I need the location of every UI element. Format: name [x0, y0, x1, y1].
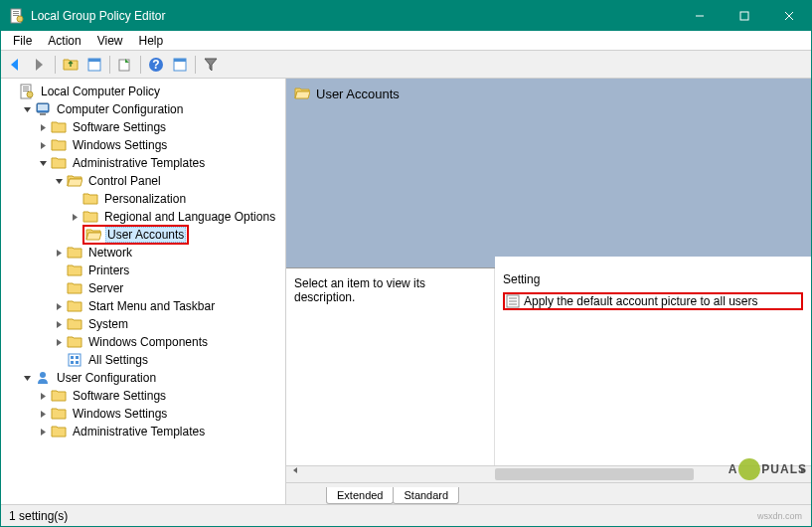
twisty-closed-icon[interactable] [53, 300, 65, 312]
details-body: Select an item to view its description. … [286, 108, 811, 482]
tree-control-panel[interactable]: Control Panel [1, 172, 285, 190]
folder-icon [67, 263, 82, 278]
tab-extended[interactable]: Extended [326, 487, 394, 504]
tree-start-menu[interactable]: Start Menu and Taskbar [1, 297, 285, 315]
details-panel: User Accounts Select an item to view its… [286, 79, 811, 504]
folder-icon [82, 209, 98, 225]
tree-all-settings[interactable]: All Settings [1, 351, 285, 369]
twisty-open-icon[interactable] [37, 157, 49, 169]
tree-u-admin-templates[interactable]: Administrative Templates [1, 423, 285, 440]
properties-button[interactable] [83, 54, 105, 76]
tree-windows-components[interactable]: Windows Components [1, 333, 285, 351]
export-button[interactable] [114, 54, 136, 76]
tree-user-config[interactable]: User Configuration [1, 369, 285, 387]
filter-button[interactable] [200, 54, 222, 76]
description-prompt: Select an item to view its description. [294, 276, 425, 304]
twisty-closed-icon[interactable] [37, 408, 49, 420]
twisty-none [69, 229, 81, 241]
twisty-closed-icon[interactable] [37, 426, 49, 438]
toolbar [1, 51, 811, 79]
twisty-closed-icon[interactable] [37, 139, 49, 151]
twisty-closed-icon[interactable] [69, 211, 81, 223]
twisty-open-icon[interactable] [21, 372, 33, 384]
tree-admin-templates[interactable]: Administrative Templates [1, 154, 285, 172]
titlebar: Local Group Policy Editor [1, 1, 811, 31]
tree-regional[interactable]: Regional and Language Options [1, 208, 285, 226]
tree-root[interactable]: Local Computer Policy [1, 83, 285, 100]
view-tabs: Extended Standard [286, 482, 811, 504]
status-text: 1 setting(s) [9, 509, 68, 523]
tree-windows-settings[interactable]: Windows Settings [1, 136, 285, 154]
twisty-closed-icon[interactable] [53, 336, 65, 348]
menu-action[interactable]: Action [40, 32, 88, 50]
tree-printers[interactable]: Printers [1, 262, 285, 279]
all-settings-icon [67, 352, 82, 368]
scroll-thumb[interactable] [495, 468, 694, 480]
scroll-left-arrow[interactable] [286, 466, 303, 474]
tree-label: Software Settings [71, 389, 168, 403]
tab-standard[interactable]: Standard [393, 487, 459, 504]
app-icon [9, 8, 25, 24]
twisty-none [53, 354, 65, 366]
folder-icon [51, 119, 67, 135]
tree-system[interactable]: System [1, 315, 285, 333]
setting-item-icon [506, 294, 520, 308]
scroll-right-arrow[interactable] [794, 466, 811, 474]
help-button[interactable] [145, 54, 167, 76]
tree-label: System [86, 317, 130, 331]
tree-panel[interactable]: Local Computer Policy Computer Configura… [1, 79, 286, 504]
folder-icon [67, 316, 82, 332]
folder-icon [51, 155, 67, 171]
tree-software-settings[interactable]: Software Settings [1, 118, 285, 136]
tree-u-software-settings[interactable]: Software Settings [1, 387, 285, 405]
highlight-box: User Accounts [82, 225, 189, 245]
folder-icon [51, 137, 67, 153]
toolbar-separator [140, 56, 141, 74]
close-button[interactable] [766, 1, 811, 31]
tree-label: All Settings [86, 353, 150, 367]
tree-label: Server [86, 281, 125, 295]
twisty-open-icon[interactable] [5, 86, 17, 97]
tree-computer-config[interactable]: Computer Configuration [1, 100, 285, 118]
menubar: File Action View Help [1, 31, 811, 51]
twisty-none [53, 264, 65, 276]
tree-label: Regional and Language Options [102, 210, 277, 224]
tree-network[interactable]: Network [1, 244, 285, 262]
folder-open-icon [67, 173, 82, 189]
back-button[interactable] [5, 54, 27, 76]
column-header-setting[interactable]: Setting [503, 272, 803, 286]
twisty-closed-icon[interactable] [37, 390, 49, 402]
menu-view[interactable]: View [89, 32, 131, 50]
scroll-track[interactable] [286, 466, 811, 482]
tree-personalization[interactable]: Personalization [1, 190, 285, 208]
tree-u-windows-settings[interactable]: Windows Settings [1, 405, 285, 423]
twisty-open-icon[interactable] [53, 175, 65, 187]
maximize-button[interactable] [722, 1, 766, 31]
up-button[interactable] [60, 54, 81, 76]
tree-label: Software Settings [71, 120, 168, 134]
folder-icon [67, 298, 82, 314]
twisty-closed-icon[interactable] [37, 121, 49, 133]
setting-row[interactable]: Apply the default account picture to all… [503, 292, 803, 310]
window-controls [677, 1, 811, 31]
tree-label: Local Computer Policy [39, 85, 162, 98]
policy-doc-icon [19, 84, 35, 99]
tree-server[interactable]: Server [1, 279, 285, 297]
twisty-closed-icon[interactable] [53, 247, 65, 259]
minimize-button[interactable] [677, 1, 722, 31]
tree-label: Administrative Templates [71, 156, 207, 170]
details-view-button[interactable] [169, 54, 191, 76]
tree-user-accounts[interactable]: User Accounts [1, 226, 285, 244]
menu-help[interactable]: Help [131, 32, 172, 50]
horizontal-scrollbar[interactable] [286, 465, 811, 482]
content-area: Local Computer Policy Computer Configura… [1, 79, 811, 504]
tree-label: User Accounts [105, 227, 186, 243]
svg-rect-26 [740, 12, 748, 20]
settings-list: Setting Apply the default account pictur… [495, 268, 811, 482]
twisty-open-icon[interactable] [21, 103, 33, 115]
menu-file[interactable]: File [5, 32, 40, 50]
folder-icon [67, 280, 82, 296]
forward-button[interactable] [29, 54, 51, 76]
twisty-closed-icon[interactable] [53, 318, 65, 330]
folder-icon [67, 245, 82, 261]
